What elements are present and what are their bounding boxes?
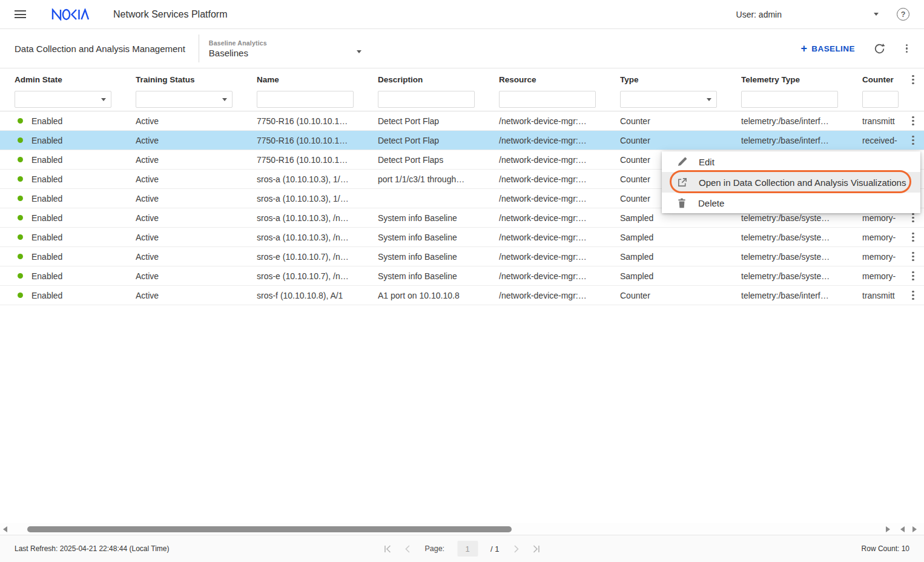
scrollbar-thumb[interactable] [27,526,512,532]
telemetry-type-cell: telemetry:/base/syste… [741,252,862,262]
column-header-resource[interactable]: Resource [499,75,620,84]
refresh-button[interactable] [873,42,886,55]
first-page-icon[interactable] [383,545,391,553]
resource-cell: /network-device-mgr:… [499,116,620,126]
row-kebab-menu[interactable] [902,269,924,282]
refresh-icon [873,42,886,55]
help-icon[interactable]: ? [897,8,909,21]
filter-resource[interactable] [499,91,596,108]
scroll-right-icon[interactable] [886,526,890,532]
table-row[interactable]: Enabled Active sros-e (10.10.10.7), /n… … [0,266,924,286]
row-kebab-menu[interactable] [902,134,924,147]
status-dot-icon [18,118,23,124]
description-cell: A1 port on 10.10.10.8 [378,291,499,300]
hamburger-menu-icon[interactable] [15,10,26,18]
row-kebab-menu[interactable] [902,211,924,224]
training-status-cell: Active [136,213,257,223]
filter-type[interactable] [620,91,717,108]
context-menu-item-label: Edit [699,157,714,167]
next-page-icon[interactable] [512,545,520,553]
table-row[interactable]: Enabled Active sros-a (10.10.10.3), /n… … [0,228,924,247]
status-dot-icon [18,273,23,279]
column-header-name[interactable]: Name [257,75,378,84]
column-header-type[interactable]: Type [620,75,741,84]
filter-description-input[interactable] [378,91,474,107]
filter-name-input[interactable] [257,91,353,107]
table-header-kebab-menu[interactable] [902,73,924,86]
row-kebab-menu[interactable] [902,250,924,263]
filter-telemetry-type[interactable] [741,91,838,108]
scroll-column-left-icon[interactable] [900,526,905,532]
filter-admin-state[interactable] [15,91,111,108]
filter-description[interactable] [378,91,475,108]
filter-name[interactable] [257,91,354,108]
add-baseline-button[interactable]: + BASELINE [800,43,854,54]
training-status-cell: Active [136,291,257,300]
name-cell: sros-a (10.10.10.3), 1/… [257,194,378,203]
view-selector-dropdown[interactable]: Baseline Analytics Baselines [209,39,361,58]
status-dot-icon [18,293,23,298]
table-row[interactable]: Enabled Active 7750-R16 (10.10.10.1… Det… [0,131,924,150]
admin-state-value: Enabled [31,116,62,126]
context-menu-item-open-visualizations[interactable]: Open in Data Collection and Analysis Vis… [662,172,920,193]
column-header-training-status[interactable]: Training Status [136,75,257,84]
view-selector-value: Baselines [209,48,361,58]
table-row[interactable]: Enabled Active 7750-R16 (10.10.10.1… Det… [0,111,924,131]
resource-cell: /network-device-mgr:… [499,291,620,300]
admin-state-value: Enabled [31,271,62,281]
scroll-left-icon[interactable] [3,526,7,532]
resource-cell: /network-device-mgr:… [499,252,620,262]
page-number-input[interactable]: 1 [457,541,478,557]
status-dot-icon [18,215,23,220]
counter-cell: transmitt [862,116,902,126]
status-dot-icon [18,157,23,162]
filter-training-status[interactable] [136,91,233,108]
view-selector-label: Baseline Analytics [209,39,361,47]
context-menu-item-label: Delete [698,198,724,208]
row-kebab-menu[interactable] [902,289,924,302]
scroll-column-right-icon[interactable] [912,526,917,532]
table-row[interactable]: Enabled Active sros-f (10.10.10.8), A/1 … [0,286,924,305]
description-cell: port 1/1/c3/1 through… [378,174,499,184]
status-dot-icon [18,176,23,182]
name-cell: sros-a (10.10.10.3), /n… [257,213,378,223]
filter-caret-icon [222,98,227,101]
column-header-admin-state[interactable]: Admin State [15,75,136,84]
resource-cell: /network-device-mgr:… [499,155,620,165]
description-cell: Detect Port Flaps [378,155,499,165]
name-cell: sros-e (10.10.10.7), /n… [257,271,378,281]
admin-state-value: Enabled [31,155,62,165]
resource-cell: /network-device-mgr:… [499,213,620,223]
name-cell: sros-a (10.10.10.3), 1/… [257,174,378,184]
row-kebab-menu[interactable] [902,231,924,243]
admin-state-cell: Enabled [15,155,136,165]
table-row[interactable]: Enabled Active sros-e (10.10.10.7), /n… … [0,247,924,266]
row-count-text: Row Count: 10 [862,544,909,553]
type-cell: Counter [620,116,741,126]
column-header-telemetry-type[interactable]: Telemetry Type [741,75,862,84]
last-page-icon[interactable] [533,545,541,553]
description-cell: System info Baseline [378,233,499,242]
telemetry-type-cell: telemetry:/base/syste… [741,271,862,281]
user-menu-label[interactable]: User: admin [736,10,782,19]
page-toolbar: Data Collection and Analysis Management … [0,29,924,68]
context-menu-item-delete[interactable]: Delete [662,193,920,213]
admin-state-value: Enabled [31,213,62,223]
filter-resource-input[interactable] [500,91,595,107]
counter-cell: transmitt [862,291,902,300]
name-cell: sros-a (10.10.10.3), /n… [257,233,378,242]
admin-state-value: Enabled [31,174,62,184]
filter-counter[interactable] [862,91,899,108]
training-status-cell: Active [136,155,257,165]
column-header-counter[interactable]: Counter [862,75,902,84]
filter-telemetry-type-input[interactable] [742,91,837,107]
admin-state-cell: Enabled [15,194,136,203]
context-menu-item-edit[interactable]: Edit [662,151,920,172]
prev-page-icon[interactable] [404,545,412,553]
user-menu-caret-icon[interactable] [874,13,879,16]
admin-state-cell: Enabled [15,252,136,262]
column-header-description[interactable]: Description [378,75,499,84]
filter-counter-input[interactable] [863,91,898,107]
toolbar-kebab-menu[interactable] [904,42,909,55]
row-kebab-menu[interactable] [902,114,924,127]
